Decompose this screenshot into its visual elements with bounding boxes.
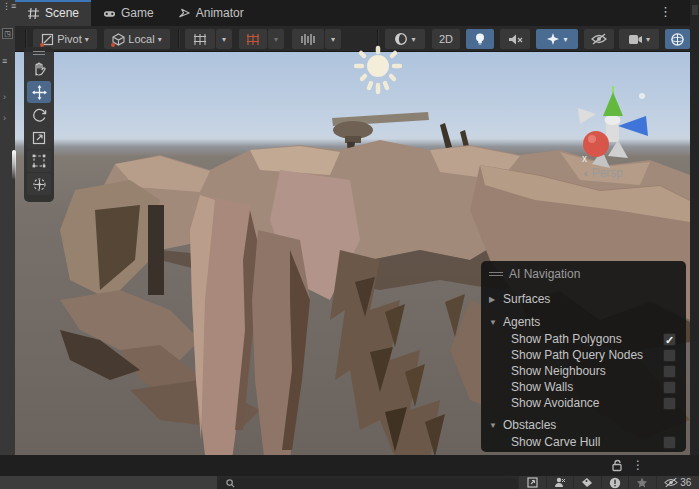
show-avoidance-checkbox[interactable] [663,397,676,410]
audio-muted-icon [508,33,523,46]
dock-nub [692,5,698,15]
pivot-label: Pivot [57,33,81,45]
dropdown-arrow-icon: ▾ [274,35,278,44]
projection-toggle[interactable]: ‹ Persp [584,166,623,180]
search-input[interactable] [217,478,518,489]
lower-panel-tab-bar: ⋮ [0,455,699,476]
tab-bar-menu-icon[interactable]: ⋮ [659,4,672,20]
grid-snap-dropdown[interactable]: ▾ [268,29,284,49]
increment-snap-button[interactable] [292,29,324,49]
show-carve-hull-checkbox[interactable] [663,436,676,449]
camera-icon [628,34,643,45]
ai-navigation-panel: AI Navigation ▶ Surfaces ▼ Agents Show P… [481,261,686,452]
window-tab-bar: Scene Game Animator ⋮ [15,0,690,26]
show-path-polygons-row: Show Path Polygons ✓ [481,331,686,347]
grid-dropdown[interactable]: ▾ [216,29,232,49]
local-cube-icon [112,33,125,46]
persp-label: Persp [592,166,623,180]
orientation-gizmo[interactable]: x [570,78,670,170]
scale-tool-button[interactable] [27,127,51,149]
increment-snap-dropdown[interactable]: ▾ [325,29,341,49]
light-bulb-icon [474,32,486,46]
tab-scene[interactable]: Scene [15,0,91,26]
obstacles-foldout[interactable]: ▼ Obstacles [481,415,686,434]
grid-visibility-button[interactable] [185,29,215,49]
lock-icon[interactable] [611,459,623,472]
lighting-toggle-button[interactable] [466,29,494,49]
tag-icon [581,477,593,488]
show-neighbours-row: Show Neighbours [481,363,686,379]
2d-label: 2D [439,33,453,45]
show-path-polygons-checkbox[interactable]: ✓ [663,333,676,346]
expand-chevron-icon[interactable]: › [3,113,6,123]
grid-snap-button[interactable] [239,29,267,49]
animator-icon [178,7,191,20]
dropdown-arrow-icon: ▾ [331,35,335,44]
popout-icon[interactable]: ◳ [2,28,13,39]
pivot-icon [41,33,54,46]
camera-dropdown[interactable]: ▾ [619,29,659,49]
eye-slash-icon [591,33,607,45]
show-walls-row: Show Walls [481,379,686,395]
exclamation-icon [609,477,621,489]
tab-label: Game [121,6,154,20]
increment-snap-icon [300,33,316,46]
dock-handle-icon[interactable]: ≡ [2,56,7,66]
transform-tool-button[interactable] [27,173,51,195]
rotate-tool-button[interactable] [27,104,51,126]
dropdown-arrow-icon: ▾ [563,35,567,44]
star-icon [636,477,648,489]
hidden-count: 36 [680,477,691,488]
option-label: Show Carve Hull [511,435,663,449]
agents-label: Agents [503,315,540,329]
option-label: Show Path Polygons [511,332,663,346]
audio-toggle-button[interactable] [500,29,530,49]
show-path-query-nodes-checkbox[interactable] [663,349,676,362]
right-dock-strip [690,0,699,489]
view-tool-button[interactable] [27,58,51,80]
local-dropdown[interactable]: Local ▾ [104,29,170,49]
dock-menu-icon[interactable]: ⋮≡ [2,1,16,11]
panel-drag-handle[interactable] [489,272,503,276]
surfaces-foldout[interactable]: ▶ Surfaces [481,289,686,308]
grid-icon [193,33,207,46]
lower-panel-icon-row: 36 [518,476,699,489]
favorites-button[interactable] [629,476,656,489]
move-tool-button[interactable] [27,81,51,103]
effects-icon [546,32,560,46]
warning-button[interactable] [602,476,629,489]
tools-overlay [24,47,54,202]
pivot-dropdown[interactable]: Pivot ▾ [33,29,97,49]
gizmos-toggle-button[interactable] [665,29,690,49]
filter-by-label-button[interactable] [574,476,601,489]
overlay-drag-handle[interactable] [27,49,51,57]
show-neighbours-checkbox[interactable] [663,365,676,378]
transform-icon [32,177,47,192]
show-path-query-nodes-row: Show Path Query Nodes [481,347,686,363]
tab-animator[interactable]: Animator [166,0,256,26]
filter-by-type-button[interactable] [547,476,574,489]
toolbar-separator [25,30,26,48]
rotate-icon [32,108,47,123]
show-avoidance-row: Show Avoidance [481,395,686,411]
dropdown-arrow-icon: ▾ [158,35,162,44]
ai-navigation-title: AI Navigation [509,267,580,281]
rect-tool-button[interactable] [27,150,51,172]
snap-grid-icon [246,33,260,46]
sun-light-gizmo-icon[interactable] [350,44,406,102]
show-walls-checkbox[interactable] [663,381,676,394]
tab-game[interactable]: Game [91,0,166,26]
expand-chevron-icon[interactable]: › [3,92,6,102]
scene-visibility-button[interactable]: 36 [657,476,699,489]
2d-toggle-button[interactable]: 2D [432,29,460,49]
lower-panel-tabs-area [0,476,217,489]
scale-icon [32,131,46,145]
hidden-objects-button[interactable] [584,29,614,49]
eye-slash-icon [664,477,678,488]
hand-icon [32,62,46,76]
effects-dropdown[interactable]: ▾ [536,29,578,49]
popout-button[interactable] [519,476,546,489]
rect-icon [32,154,46,168]
panel-menu-icon[interactable]: ⋮ [632,458,644,472]
agents-foldout[interactable]: ▼ Agents [481,312,686,331]
